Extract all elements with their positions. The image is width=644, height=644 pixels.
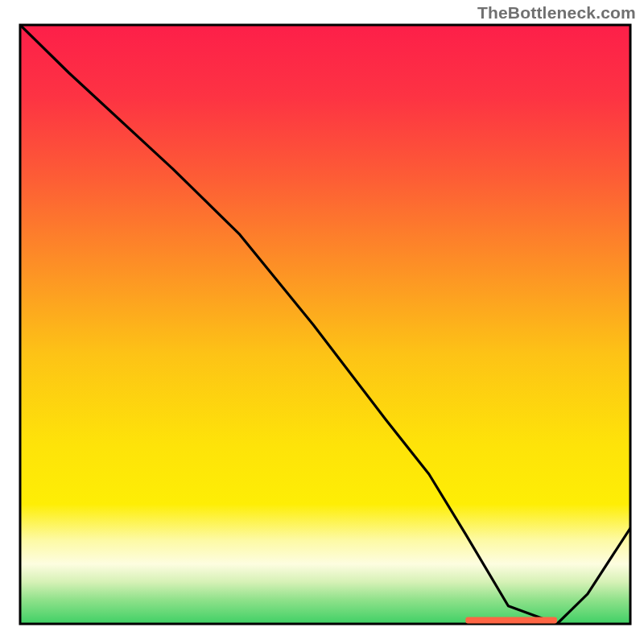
plot-background <box>20 25 630 624</box>
chart-svg <box>0 0 644 644</box>
watermark: TheBottleneck.com <box>477 3 636 23</box>
chart-stage: TheBottleneck.com <box>0 0 644 644</box>
sweet-spot-bar <box>465 617 557 624</box>
